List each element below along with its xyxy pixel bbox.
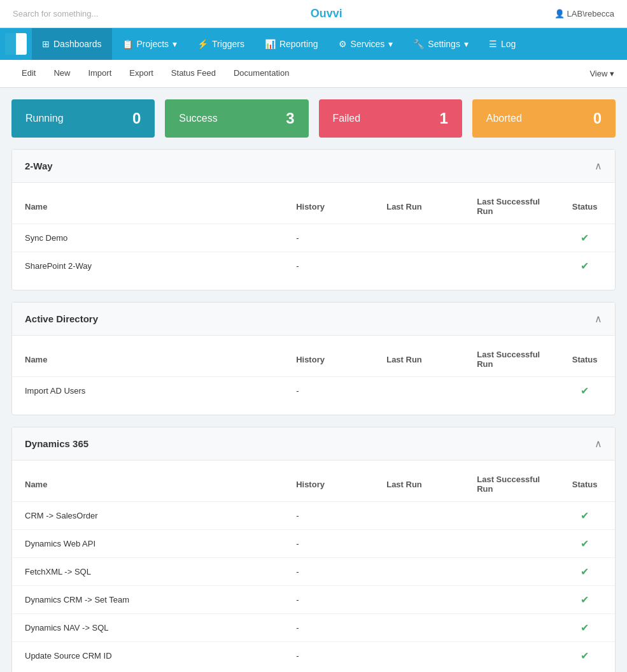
row-lastrun-0-0 [374,224,464,252]
row-name-2-2[interactable]: FetchXML -> SQL [12,558,283,586]
row-name-0-1[interactable]: SharePoint 2-Way [12,252,283,280]
col-header-1-0: Name [12,342,283,377]
success-label: Success [179,113,217,124]
row-lastsucc-2-0 [464,502,554,530]
stat-card-aborted[interactable]: Aborted 0 [472,99,616,138]
row-name-2-0[interactable]: CRM -> SalesOrder [12,502,283,530]
logo-image [5,33,27,55]
table-row: Dynamics NAV -> SQL-✔ [12,614,615,642]
panel-title-1: Active Directory [25,313,98,324]
table-row: Import AD Users-✔ [12,377,615,405]
col-header-1-2: Last Run [374,342,464,377]
row-lastsucc-0-0 [464,224,554,252]
panel-header-2[interactable]: Dynamics 365 ∧ [12,427,615,461]
row-lastsucc-0-1 [464,252,554,280]
aborted-label: Aborted [486,113,522,124]
col-header-0-2: Last Run [374,189,464,224]
row-lastsucc-2-4 [464,614,554,642]
row-status-2-3: ✔ [554,586,615,614]
row-history-2-2: - [283,558,374,586]
col-header-1-1: History [283,342,374,377]
nav-logo [0,28,32,60]
success-count: 3 [286,110,294,127]
panel-title-0: 2-Way [25,161,53,171]
nav-label-reporting: Reporting [279,39,318,49]
row-lastsucc-2-1 [464,530,554,558]
row-name-2-4[interactable]: Dynamics NAV -> SQL [12,614,283,642]
row-name-2-1[interactable]: Dynamics Web API [12,530,283,558]
row-status-1-0: ✔ [554,377,615,405]
col-header-0-4: Status [554,189,615,224]
stat-card-running[interactable]: Running 0 [11,99,155,138]
col-header-1-4: Status [554,342,615,377]
nav-item-triggers[interactable]: ⚡ Triggers [187,28,255,60]
table-row: Sync Demo-✔ [12,224,615,252]
nav-item-projects[interactable]: 📋 Projects ▾ [112,28,188,60]
row-history-2-1: - [283,530,374,558]
view-button[interactable]: View ▾ [589,69,614,78]
panel-chevron-1: ∧ [595,313,602,325]
panel-1: Active Directory ∧ NameHistoryLast RunLa… [11,302,616,415]
row-status-2-0: ✔ [554,502,615,530]
table-2: NameHistoryLast RunLast Successful RunSt… [12,467,615,669]
projects-icon: 📋 [122,39,133,49]
row-status-2-1: ✔ [554,530,615,558]
row-status-0-0: ✔ [554,224,615,252]
row-name-2-3[interactable]: Dynamics CRM -> Set Team [12,586,283,614]
sec-nav-import[interactable]: Import [79,60,120,88]
nav-item-settings[interactable]: 🔧 Settings ▾ [403,28,479,60]
row-status-2-2: ✔ [554,558,615,586]
panel-header-1[interactable]: Active Directory ∧ [12,303,615,336]
sec-nav-edit[interactable]: Edit [13,60,45,88]
settings-dropdown-icon: ▾ [464,39,468,49]
row-name-2-5[interactable]: Update Source CRM ID [12,642,283,670]
row-status-2-5: ✔ [554,642,615,670]
nav-item-reporting[interactable]: 📊 Reporting [255,28,328,60]
col-header-0-1: History [283,189,374,224]
row-lastrun-2-5 [374,642,464,670]
sec-nav-new[interactable]: New [45,60,79,88]
triggers-icon: ⚡ [197,39,208,49]
panel-chevron-0: ∧ [595,160,602,172]
col-header-1-3: Last Successful Run [464,342,554,377]
row-lastrun-2-0 [374,502,464,530]
table-row: Dynamics Web API-✔ [12,530,615,558]
running-label: Running [25,113,64,124]
sec-nav-export[interactable]: Export [120,60,162,88]
panels-container: 2-Way ∧ NameHistoryLast RunLast Successf… [0,149,627,672]
sec-nav-documentation[interactable]: Documentation [225,60,298,88]
panel-header-0[interactable]: 2-Way ∧ [12,150,615,183]
check-icon: ✔ [581,566,589,577]
nav-label-services: Services [351,39,385,49]
row-lastsucc-2-5 [464,642,554,670]
services-dropdown-icon: ▾ [388,39,393,49]
nav-item-services[interactable]: ⚙ Services ▾ [328,28,404,60]
panel-0: 2-Way ∧ NameHistoryLast RunLast Successf… [11,149,616,290]
table-0: NameHistoryLast RunLast Successful RunSt… [12,189,615,280]
services-icon: ⚙ [339,39,347,49]
row-history-0-0: - [283,224,374,252]
nav-item-log[interactable]: ☰ Log [479,28,526,60]
row-name-1-0[interactable]: Import AD Users [12,377,283,405]
row-lastrun-2-2 [374,558,464,586]
check-icon: ✔ [581,385,589,396]
sec-nav-status-feed[interactable]: Status Feed [162,60,225,88]
row-name-0-0[interactable]: Sync Demo [12,224,283,252]
search-placeholder[interactable]: Search for something... [13,9,98,18]
stat-card-success[interactable]: Success 3 [165,99,308,138]
nav-item-dashboards[interactable]: ⊞ Dashboards [32,28,112,60]
stat-card-failed[interactable]: Failed 1 [319,99,462,138]
table-row: CRM -> SalesOrder-✔ [12,502,615,530]
log-icon: ☰ [489,39,497,49]
row-history-2-3: - [283,586,374,614]
row-history-1-0: - [283,377,374,405]
row-lastrun-2-4 [374,614,464,642]
col-header-2-1: History [283,467,374,502]
row-lastrun-0-1 [374,252,464,280]
row-lastsucc-2-2 [464,558,554,586]
check-icon: ✔ [581,261,589,271]
table-1: NameHistoryLast RunLast Successful RunSt… [12,342,615,404]
running-count: 0 [132,110,141,127]
check-icon: ✔ [581,594,589,605]
main-nav: ⊞ Dashboards 📋 Projects ▾ ⚡ Triggers 📊 R… [0,28,627,60]
